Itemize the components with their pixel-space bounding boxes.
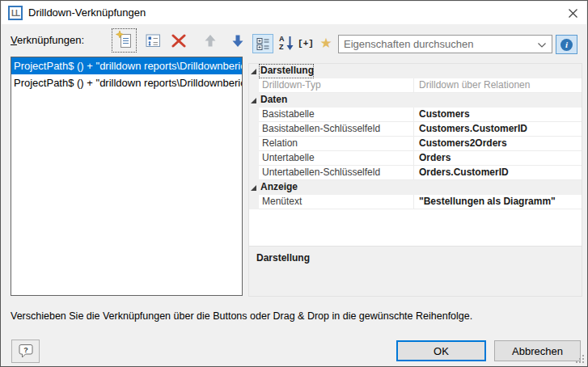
sort-alphabetical-button[interactable]: A Z [277,34,296,53]
property-row-basistabellen-schluesselfeld[interactable]: Basistabellen-Schlüsselfeld Customers.Cu… [249,122,582,137]
expander-triangle-icon[interactable] [251,185,256,191]
properties-button[interactable] [142,31,163,51]
links-listbox[interactable]: ProjectPath$ () + "drilldown reports\Dri… [11,57,243,296]
expander-triangle-icon[interactable] [251,98,256,103]
categorized-view-icon [256,37,270,51]
property-value[interactable]: Customers [414,108,582,122]
category-label: Anzeige [259,180,298,195]
property-search-input[interactable] [342,36,528,52]
description-title: Darstellung [256,252,574,264]
property-name: Untertabellen-Schlüsselfeld [259,166,414,180]
chevron-down-icon[interactable] [538,43,546,48]
property-row-drilldown-typ[interactable]: Drilldown-Typ Drilldown über Relationen [249,78,582,93]
expander-triangle-icon[interactable] [251,69,256,74]
move-down-button[interactable] [227,31,248,51]
property-row-untertabellen-schluesselfeld[interactable]: Untertabellen-Schlüsselfeld Orders.Custo… [249,166,582,180]
sort-letter-z: Z [279,43,284,51]
move-up-button[interactable] [200,31,221,51]
properties-icon [146,34,161,48]
property-value[interactable]: Orders.CustomerID [414,166,582,180]
property-name: Basistabellen-Schlüsselfeld [259,122,414,137]
property-search-box [338,35,552,53]
list-item[interactable]: ProjectPath$ () + "drilldown reports\Dri… [11,74,242,91]
dialog-title: Drilldown-Verknüpfungen [28,2,146,24]
property-name: Menütext [259,195,414,209]
app-logo-icon: LL [8,6,23,20]
property-row-untertabelle[interactable]: Untertabelle Orders [249,151,582,166]
close-icon [569,9,577,18]
list-item[interactable]: ProjectPath$ () + "drilldown reports\Dri… [11,57,242,74]
sort-letter-a: A [279,35,285,43]
category-label: Daten [259,93,287,108]
property-row-relation[interactable]: Relation Customers2Orders [249,137,582,151]
title-bar: LL Drilldown-Verknüpfungen [2,2,586,24]
property-name: Drilldown-Typ [259,78,414,93]
property-name: Relation [259,137,414,151]
property-value[interactable]: "Bestellungen als Diagramm" [414,195,582,209]
svg-text:?: ? [23,346,28,354]
category-row-daten[interactable]: Daten [249,93,582,108]
category-label: Darstellung [259,64,314,78]
category-row-darstellung[interactable]: Darstellung [249,64,582,78]
category-row-anzeige[interactable]: Anzeige [249,180,582,195]
close-button[interactable] [559,2,586,24]
new-link-button[interactable] [112,28,137,53]
expand-all-button[interactable]: [+] [296,34,315,53]
ok-button[interactable]: OK [396,340,486,361]
property-row-menuetext[interactable]: Menütext "Bestellungen als Diagramm" [249,195,582,209]
arrow-down-icon [231,34,244,48]
property-value[interactable]: Customers.CustomerID [414,122,582,137]
delete-link-button[interactable] [167,31,190,51]
reorder-hint-text: Verschieben Sie die Verknüpfungen über d… [11,310,472,322]
sort-arrow-icon [286,36,294,52]
property-value[interactable]: Orders [414,151,582,166]
arrow-up-icon [204,34,217,48]
property-grid: Darstellung Drilldown-Typ Drilldown über… [248,63,582,297]
help-bubble-icon: ? [18,344,34,359]
links-label: Verknüpfungen: [11,34,84,46]
property-name: Untertabelle [259,151,414,166]
info-icon: i [561,39,573,51]
property-row-basistabelle[interactable]: Basistabelle Customers [249,108,582,122]
cancel-button[interactable]: Abbrechen [494,340,581,361]
info-button[interactable]: i [556,35,577,54]
delete-icon [171,34,186,48]
property-value[interactable]: Customers2Orders [414,137,582,151]
help-button[interactable]: ? [11,340,40,363]
new-link-icon [116,31,133,50]
categorized-view-button[interactable] [252,34,273,53]
property-value: Drilldown über Relationen [414,78,582,93]
star-icon: ★ [319,35,332,52]
drilldown-links-dialog: LL Drilldown-Verknüpfungen Verknüpfungen… [0,0,588,367]
favorites-button[interactable]: ★ [316,33,336,53]
resize-grip[interactable] [576,355,585,364]
property-description-panel: Darstellung [249,246,582,296]
property-name: Basistabelle [259,108,414,122]
